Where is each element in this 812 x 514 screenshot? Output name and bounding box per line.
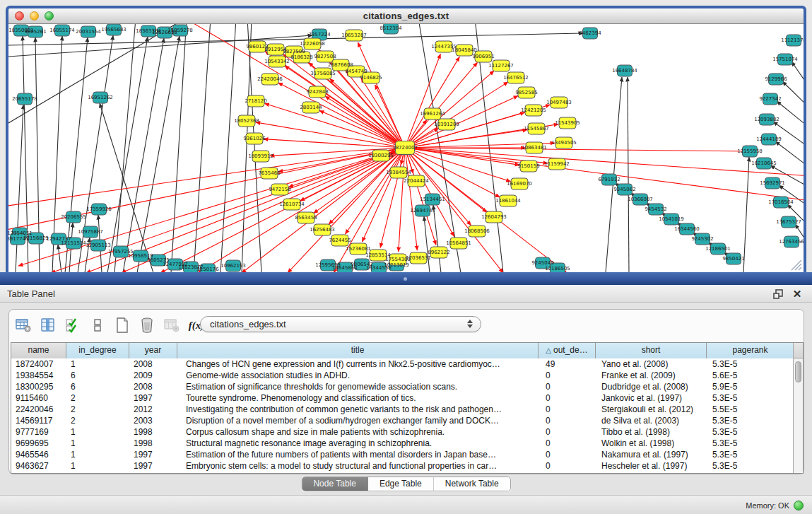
selection-mode-icon[interactable]	[64, 317, 81, 334]
table-panel-header: Table Panel ✕	[0, 285, 812, 303]
tab-edge-table[interactable]: Edge Table	[368, 477, 434, 491]
delete-column-icon[interactable]	[139, 317, 155, 334]
table-cell: 5.3E-5	[707, 415, 794, 426]
table-row[interactable]: 1456911722003Disruption of a novel membe…	[11, 415, 793, 426]
network-node-label: 16961264	[420, 111, 445, 117]
network-node-label: 10213019	[384, 262, 409, 268]
scrollbar-thumb[interactable]	[795, 361, 801, 382]
table-cell: 2003	[129, 415, 177, 426]
create-column-icon[interactable]	[114, 317, 131, 334]
table-options-icon[interactable]	[15, 317, 32, 334]
memory-ok-icon[interactable]	[794, 501, 804, 510]
network-edge	[330, 78, 405, 148]
table-panel-body: f(x) citations_edges.txt namein_degreeye…	[8, 309, 804, 474]
network-node-label: 31756085	[310, 71, 336, 76]
network-node-label: 12444189	[756, 136, 782, 142]
table-row[interactable]: 1938455462009Genome-wide association stu…	[11, 370, 793, 381]
network-node-label: 15059278	[167, 28, 193, 33]
network-node-label: 11121378	[781, 37, 804, 43]
network-node-label: 9129966	[765, 76, 787, 82]
network-edge	[361, 78, 405, 148]
network-edge	[171, 24, 187, 272]
network-node-label: 15236081	[346, 246, 371, 252]
table-cell: 14569117	[11, 415, 66, 426]
table-cell: 9115460	[11, 392, 66, 404]
column-header-in_degree[interactable]: in_degree	[66, 343, 129, 358]
table-panel-title: Table Panel	[7, 285, 55, 303]
network-node-label: 7957224	[308, 32, 331, 37]
table-cell: 2008	[129, 358, 177, 370]
network-edge	[16, 105, 23, 272]
network-node-label: 11543905	[555, 120, 580, 126]
resize-grip-icon[interactable]	[792, 260, 801, 270]
show-columns-icon[interactable]	[40, 317, 57, 334]
table-cell: Tourette syndrome. Phenomenology and cla…	[177, 392, 539, 404]
table-cell: 1	[66, 426, 129, 438]
table-cell: 2	[66, 415, 129, 426]
tab-network-table[interactable]: Network Table	[434, 477, 510, 491]
table-cell: 5.3E-5	[707, 449, 794, 460]
network-node-label: 15751074	[772, 57, 798, 62]
network-canvas[interactable]: 1835090196052611605517420031554195656831…	[8, 24, 804, 272]
table-cell: Wolkin et al. (1998)	[596, 438, 707, 449]
column-header-name[interactable]: name	[11, 343, 66, 358]
network-svg[interactable]: 1835090196052611605517420031554195656831…	[8, 24, 804, 272]
network-node-label: 16055174	[49, 28, 75, 33]
table-cell: 18724007	[11, 358, 66, 370]
network-edge	[399, 148, 405, 252]
float-panel-icon[interactable]	[772, 288, 785, 300]
network-node-label: 8563458	[295, 215, 317, 221]
table-row[interactable]: 946554611997Estimation of the future num…	[11, 449, 793, 460]
close-panel-icon[interactable]: ✕	[791, 288, 804, 300]
column-header-out_de[interactable]: △out_de…	[539, 343, 596, 358]
table-cell: 6	[66, 381, 129, 392]
network-edge	[782, 81, 804, 109]
table-row[interactable]: 1830029562008Estimation of significance …	[11, 381, 793, 392]
network-window-titlebar[interactable]: citations_edges.txt	[8, 8, 804, 24]
network-node-label: 18093912	[248, 153, 273, 159]
table-row[interactable]: 977716911998Corpus callosum shape and si…	[11, 426, 793, 438]
table-cell: 9777169	[11, 426, 66, 438]
network-node-label: 12156829	[23, 235, 49, 241]
table-row[interactable]: 969969511998Structural magnetic resonanc…	[11, 438, 793, 449]
network-node-label: 12093882	[754, 117, 779, 122]
table-cell: 2	[66, 392, 129, 404]
pane-divider[interactable]	[0, 272, 812, 285]
network-node-label: 9227342	[759, 96, 781, 102]
table-scrollbar[interactable]	[793, 343, 803, 473]
table-select-dropdown[interactable]: citations_edges.txt	[200, 316, 481, 332]
network-edge	[264, 103, 405, 148]
network-node-label: 9472158	[269, 187, 290, 192]
network-edge	[8, 148, 405, 206]
table-cell: Embryonic stem cells: a model to study s…	[177, 460, 539, 472]
column-header-year[interactable]: year	[129, 343, 177, 358]
table-row[interactable]: 911546021997Tourette syndrome. Phenomeno…	[11, 392, 793, 404]
table-row[interactable]: 2242004622012Investigating the contribut…	[11, 404, 793, 415]
network-node-label: 10564851	[446, 240, 471, 246]
network-node-label: 12421205	[521, 107, 546, 113]
tab-node-table[interactable]: Node Table	[302, 477, 368, 491]
table-row[interactable]: 1872400712008Changes of HCN gene express…	[11, 358, 793, 370]
status-bar: Memory: OK	[0, 495, 812, 514]
table-row[interactable]: 946362711997Embryonic stem cells: a mode…	[11, 460, 793, 472]
column-header-pagerank[interactable]: pagerank	[707, 343, 794, 358]
column-header-short[interactable]: short	[596, 343, 707, 358]
network-node-label: 18068506	[464, 228, 490, 234]
table-cell: 1998	[129, 438, 177, 449]
network-node-label: 22044424	[404, 178, 429, 184]
table-cell: de Silva et al. (2003)	[596, 415, 707, 426]
network-edge	[114, 24, 136, 272]
table-cell: 2008	[129, 381, 177, 392]
table-cell: 0	[539, 370, 596, 381]
table-cell: 0	[539, 381, 596, 392]
table-cell: Stergiakouli et al. (2012)	[596, 404, 707, 415]
table-body[interactable]: 1872400712008Changes of HCN gene express…	[11, 358, 793, 473]
table-cell: 2	[66, 404, 129, 415]
network-node-label: 9462394	[579, 30, 601, 36]
network-edge	[319, 110, 405, 148]
row-height-icon[interactable]	[89, 317, 106, 334]
network-edge	[405, 62, 478, 148]
column-header-title[interactable]: title	[177, 343, 539, 358]
network-edge	[775, 141, 804, 168]
table-cell: Changes of HCN gene expression and I(f) …	[177, 358, 539, 370]
